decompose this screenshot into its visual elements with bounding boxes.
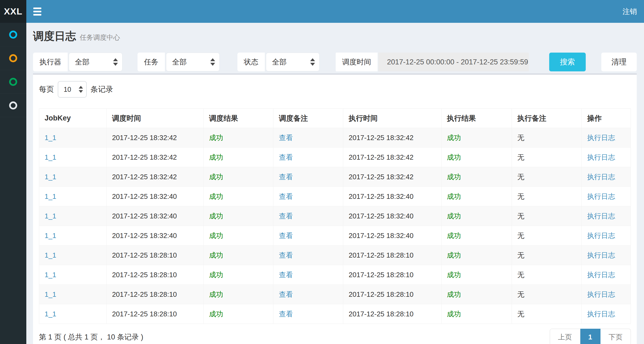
handle-msg-cell: 无: [517, 173, 524, 181]
job-key-link[interactable]: 1_1: [45, 290, 56, 298]
job-key-link-cell: 1_1: [39, 226, 107, 246]
job-key-link[interactable]: 1_1: [45, 212, 56, 220]
trigger-result-cell: 成功: [209, 251, 223, 259]
job-key-link[interactable]: 1_1: [45, 192, 56, 200]
filter-executor-value: 全部: [75, 57, 89, 67]
filter-job-value: 全部: [172, 57, 187, 67]
trigger-time-cell: 2017-12-25 18:28:10: [112, 251, 177, 259]
logout-link[interactable]: 注销: [623, 7, 637, 16]
job-key-link-cell: 1_1: [39, 187, 107, 206]
log-panel: 每页 10 条记录 JobKey 调度时间 调度结果 调度备注 执行时间 执行结…: [33, 74, 637, 344]
trigger-msg-link[interactable]: 查看: [279, 232, 293, 240]
trigger-time-cell: 2017-12-25 18:32:42: [112, 173, 177, 181]
pagination: 上页 1 下页: [550, 329, 631, 344]
execute-log-link[interactable]: 执行日志: [587, 232, 615, 240]
handle-result-cell-cell: 成功: [442, 226, 512, 246]
handle-msg-cell-cell: 无: [512, 304, 582, 324]
handle-time-cell-cell: 2017-12-25 18:32:42: [343, 128, 442, 148]
filter-status-select[interactable]: 全部: [266, 53, 320, 71]
trigger-msg-link-cell: 查看: [273, 148, 343, 167]
sidebar-item-4[interactable]: [0, 94, 26, 117]
filter-status-label: 状态: [237, 53, 265, 71]
execute-log-link[interactable]: 执行日志: [587, 134, 615, 142]
trigger-time-cell-cell: 2017-12-25 18:32:40: [107, 206, 204, 226]
page-size-prefix: 每页: [39, 84, 54, 94]
handle-msg-cell-cell: 无: [512, 226, 582, 246]
execute-log-link[interactable]: 执行日志: [587, 271, 615, 279]
pagination-next[interactable]: 下页: [600, 329, 631, 344]
trigger-msg-link[interactable]: 查看: [279, 290, 293, 298]
handle-msg-cell-cell: 无: [512, 246, 582, 265]
clear-button[interactable]: 清理: [601, 53, 637, 71]
handle-time-cell: 2017-12-25 18:32:40: [349, 192, 413, 200]
filter-trigger-time-input[interactable]: 2017-12-25 00:00:00 - 2017-12-25 23:59:5…: [378, 53, 529, 71]
trigger-msg-link[interactable]: 查看: [279, 173, 293, 181]
handle-time-cell-cell: 2017-12-25 18:28:10: [343, 285, 442, 304]
filter-status: 状态 全部: [237, 53, 320, 71]
handle-time-cell: 2017-12-25 18:32:42: [349, 173, 413, 181]
trigger-msg-link[interactable]: 查看: [279, 192, 293, 200]
menu-bar: [33, 11, 41, 12]
handle-result-cell: 成功: [447, 271, 461, 279]
execute-log-link[interactable]: 执行日志: [587, 310, 615, 318]
pagination-prev[interactable]: 上页: [550, 329, 580, 344]
trigger-result-cell: 成功: [209, 212, 223, 220]
execute-log-link[interactable]: 执行日志: [587, 290, 615, 298]
handle-result-cell-cell: 成功: [442, 187, 512, 206]
handle-time-cell: 2017-12-25 18:32:40: [349, 212, 413, 220]
job-key-link[interactable]: 1_1: [45, 153, 56, 161]
sidebar-toggle-menu-icon[interactable]: [33, 8, 41, 16]
page-size-select[interactable]: 10: [58, 81, 87, 98]
job-key-link-cell: 1_1: [39, 148, 107, 167]
execute-log-link[interactable]: 执行日志: [587, 251, 615, 259]
table-row: 1_12017-12-25 18:28:10成功查看2017-12-25 18:…: [39, 246, 631, 265]
execute-log-link[interactable]: 执行日志: [587, 153, 615, 161]
trigger-time-cell-cell: 2017-12-25 18:28:10: [107, 304, 204, 324]
trigger-msg-link[interactable]: 查看: [279, 271, 293, 279]
table-row: 1_12017-12-25 18:32:42成功查看2017-12-25 18:…: [39, 148, 631, 167]
trigger-msg-link[interactable]: 查看: [279, 310, 293, 318]
trigger-time-cell-cell: 2017-12-25 18:32:42: [107, 167, 204, 187]
trigger-msg-link-cell: 查看: [273, 128, 343, 148]
job-key-link[interactable]: 1_1: [45, 134, 56, 142]
job-key-link[interactable]: 1_1: [45, 173, 56, 181]
trigger-msg-link[interactable]: 查看: [279, 153, 293, 161]
app-logo[interactable]: XXL: [0, 0, 26, 23]
filter-executor-select[interactable]: 全部: [69, 53, 122, 71]
table-row: 1_12017-12-25 18:28:10成功查看2017-12-25 18:…: [39, 304, 631, 324]
pagination-page-1[interactable]: 1: [580, 329, 600, 344]
trigger-result-cell-cell: 成功: [204, 304, 273, 324]
trigger-result-cell: 成功: [209, 173, 223, 181]
trigger-time-cell-cell: 2017-12-25 18:32:42: [107, 148, 204, 167]
handle-result-cell: 成功: [447, 212, 461, 220]
page-subtitle: 任务调度中心: [80, 34, 120, 41]
job-key-link-cell: 1_1: [39, 265, 107, 285]
menu-bar: [33, 8, 41, 9]
execute-log-link-cell: 执行日志: [582, 206, 631, 226]
search-button[interactable]: 搜索: [549, 53, 586, 71]
job-key-link-cell: 1_1: [39, 285, 107, 304]
sidebar-item-2[interactable]: [0, 46, 26, 70]
execute-log-link[interactable]: 执行日志: [587, 192, 615, 200]
handle-result-cell: 成功: [447, 232, 461, 240]
execute-log-link[interactable]: 执行日志: [587, 212, 615, 220]
page-header: 调度日志任务调度中心: [26, 23, 644, 43]
trigger-msg-link[interactable]: 查看: [279, 134, 293, 142]
execute-log-link[interactable]: 执行日志: [587, 173, 615, 181]
trigger-msg-link[interactable]: 查看: [279, 251, 293, 259]
filter-job-select[interactable]: 全部: [166, 53, 220, 71]
table-row: 1_12017-12-25 18:32:40成功查看2017-12-25 18:…: [39, 226, 631, 246]
job-key-link[interactable]: 1_1: [45, 310, 56, 318]
trigger-msg-link[interactable]: 查看: [279, 212, 293, 220]
sidebar-item-3[interactable]: [0, 70, 26, 94]
handle-result-cell-cell: 成功: [442, 246, 512, 265]
sidebar-item-1[interactable]: [0, 23, 26, 46]
job-key-link[interactable]: 1_1: [45, 271, 56, 279]
pagination-summary: 第 1 页 ( 总共 1 页， 10 条记录 ): [39, 332, 143, 342]
handle-result-cell-cell: 成功: [442, 206, 512, 226]
handle-time-cell-cell: 2017-12-25 18:28:10: [343, 265, 442, 285]
job-key-link[interactable]: 1_1: [45, 232, 56, 240]
job-key-link[interactable]: 1_1: [45, 251, 56, 259]
table-row: 1_12017-12-25 18:32:42成功查看2017-12-25 18:…: [39, 128, 631, 148]
execute-log-link-cell: 执行日志: [582, 246, 631, 265]
